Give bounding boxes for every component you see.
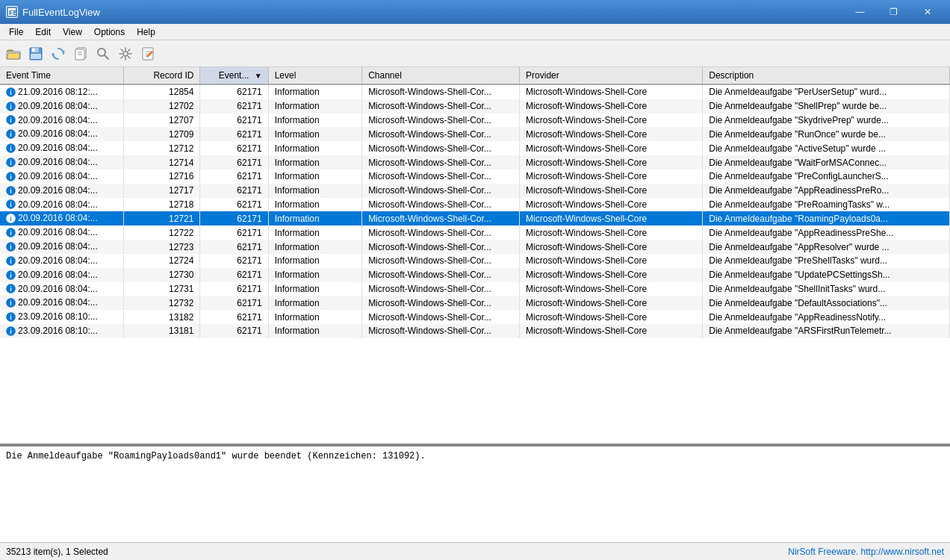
cell-description: Die Anmeldeaufgabe "PreShellTasks" wurd.… bbox=[703, 254, 950, 268]
cell-description: Die Anmeldeaufgabe "ShellPrep" wurde be.… bbox=[703, 99, 950, 113]
cell-event-time: i20.09.2016 08:04:... bbox=[0, 155, 123, 169]
menu-help[interactable]: Help bbox=[131, 25, 161, 39]
cell-event-id: 62171 bbox=[200, 198, 268, 212]
table-row[interactable]: i20.09.2016 08:04:...1271762171Informati… bbox=[0, 184, 950, 198]
cell-event-time: i20.09.2016 08:04:... bbox=[0, 198, 123, 212]
col-level[interactable]: Level bbox=[268, 67, 361, 84]
table-row[interactable]: i20.09.2016 08:04:...1270762171Informati… bbox=[0, 113, 950, 128]
cell-event-id: 62171 bbox=[200, 127, 268, 141]
toolbar-save[interactable] bbox=[25, 43, 46, 64]
cell-record-id: 12702 bbox=[123, 99, 200, 113]
sort-arrow-icon: ▼ bbox=[255, 72, 262, 80]
svg-text:i: i bbox=[10, 229, 12, 237]
toolbar-options[interactable] bbox=[115, 43, 136, 64]
menu-options[interactable]: Options bbox=[88, 25, 131, 39]
table-row[interactable]: i20.09.2016 08:04:...1271662171Informati… bbox=[0, 169, 950, 184]
main-content: Event Time Record ID Event... ▼ Level bbox=[0, 67, 950, 542]
cell-event-time: i23.09.2016 08:10:... bbox=[0, 310, 123, 324]
cell-provider: Microsoft-Windows-Shell-Core bbox=[520, 240, 703, 254]
toolbar-copy[interactable] bbox=[70, 43, 91, 64]
cell-event-time: i20.09.2016 08:04:... bbox=[0, 268, 123, 282]
cell-description: Die Anmeldeaufgabe "DefaultAssociations"… bbox=[703, 296, 950, 310]
cell-event-time: i20.09.2016 08:04:... bbox=[0, 113, 123, 128]
table-row[interactable]: i20.09.2016 08:04:...1272462171Informati… bbox=[0, 254, 950, 268]
table-row[interactable]: i20.09.2016 08:04:...1272162171Informati… bbox=[0, 211, 950, 225]
cell-event-time: i20.09.2016 08:04:... bbox=[0, 254, 123, 268]
cell-channel: Microsoft-Windows-Shell-Cor... bbox=[362, 225, 520, 240]
table-row[interactable]: i23.09.2016 08:10:...1318262171Informati… bbox=[0, 310, 950, 324]
table-row[interactable]: i21.09.2016 08:12:...1285462171Informati… bbox=[0, 84, 950, 99]
table-row[interactable]: i20.09.2016 08:04:...1272362171Informati… bbox=[0, 240, 950, 254]
menu-view[interactable]: View bbox=[57, 25, 88, 39]
table-row[interactable]: i20.09.2016 08:04:...1271262171Informati… bbox=[0, 141, 950, 155]
cell-event-time: i20.09.2016 08:04:... bbox=[0, 127, 123, 141]
cell-event-time: i20.09.2016 08:04:... bbox=[0, 99, 123, 113]
col-event-id[interactable]: Event... ▼ bbox=[200, 67, 268, 84]
cell-event-id: 62171 bbox=[200, 324, 268, 338]
cell-channel: Microsoft-Windows-Shell-Cor... bbox=[362, 184, 520, 198]
cell-level: Information bbox=[268, 127, 361, 141]
table-row[interactable]: i20.09.2016 08:04:...1270262171Informati… bbox=[0, 99, 950, 113]
svg-text:i: i bbox=[10, 116, 12, 124]
cell-level: Information bbox=[268, 268, 361, 282]
cell-record-id: 12732 bbox=[123, 296, 200, 310]
cell-record-id: 12730 bbox=[123, 268, 200, 282]
info-icon: i bbox=[6, 143, 16, 154]
cell-description: Die Anmeldeaufgabe "UpdatePCSettingsSh..… bbox=[703, 268, 950, 282]
svg-text:i: i bbox=[10, 145, 12, 152]
cell-provider: Microsoft-Windows-Shell-Core bbox=[520, 155, 703, 169]
cell-channel: Microsoft-Windows-Shell-Cor... bbox=[362, 296, 520, 310]
menu-edit[interactable]: Edit bbox=[29, 25, 57, 39]
cell-event-time: i21.09.2016 08:12:... bbox=[0, 84, 123, 99]
svg-text:i: i bbox=[10, 131, 12, 138]
toolbar-report[interactable] bbox=[137, 43, 158, 64]
cell-description: Die Anmeldeaufgabe "AppReadinessNotify..… bbox=[703, 310, 950, 324]
cell-description: Die Anmeldeaufgabe "RoamingPayloads0a... bbox=[703, 211, 950, 225]
cell-event-id: 62171 bbox=[200, 99, 268, 113]
col-record-id[interactable]: Record ID bbox=[123, 67, 200, 84]
table-row[interactable]: i20.09.2016 08:04:...1272262171Informati… bbox=[0, 225, 950, 240]
cell-level: Information bbox=[268, 225, 361, 240]
cell-channel: Microsoft-Windows-Shell-Cor... bbox=[362, 211, 520, 225]
cell-provider: Microsoft-Windows-Shell-Core bbox=[520, 282, 703, 296]
svg-line-14 bbox=[105, 55, 108, 59]
svg-text:i: i bbox=[10, 299, 12, 307]
svg-text:i: i bbox=[10, 258, 12, 265]
table-row[interactable]: i20.09.2016 08:04:...1273262171Informati… bbox=[0, 296, 950, 310]
svg-text:i: i bbox=[10, 285, 12, 293]
maximize-button[interactable]: ❐ bbox=[877, 0, 910, 24]
table-row[interactable]: i20.09.2016 08:04:...1271462171Informati… bbox=[0, 155, 950, 169]
app-icon: FE bbox=[6, 6, 18, 18]
table-row[interactable]: i20.09.2016 08:04:...1273162171Informati… bbox=[0, 282, 950, 296]
table-row[interactable]: i23.09.2016 08:10:...1318162171Informati… bbox=[0, 324, 950, 338]
status-nirsoft[interactable]: NirSoft Freeware. http://www.nirsoft.net bbox=[788, 547, 944, 557]
cell-provider: Microsoft-Windows-Shell-Core bbox=[520, 99, 703, 113]
cell-level: Information bbox=[268, 324, 361, 338]
info-icon: i bbox=[6, 312, 16, 323]
col-channel[interactable]: Channel bbox=[362, 67, 520, 84]
table-row[interactable]: i20.09.2016 08:04:...1270962171Informati… bbox=[0, 127, 950, 141]
col-event-time[interactable]: Event Time bbox=[0, 67, 123, 84]
col-provider[interactable]: Provider bbox=[520, 67, 703, 84]
table-row[interactable]: i20.09.2016 08:04:...1271862171Informati… bbox=[0, 198, 950, 212]
info-icon: i bbox=[6, 270, 16, 281]
toolbar-open[interactable] bbox=[3, 43, 24, 64]
table-row[interactable]: i20.09.2016 08:04:...1273062171Informati… bbox=[0, 268, 950, 282]
info-icon: i bbox=[6, 284, 16, 294]
cell-event-id: 62171 bbox=[200, 268, 268, 282]
toolbar-refresh[interactable] bbox=[48, 43, 69, 64]
toolbar-find[interactable] bbox=[93, 43, 114, 64]
close-button[interactable]: ✕ bbox=[910, 0, 944, 24]
cell-level: Information bbox=[268, 310, 361, 324]
cell-channel: Microsoft-Windows-Shell-Cor... bbox=[362, 141, 520, 155]
cell-level: Information bbox=[268, 113, 361, 128]
cell-channel: Microsoft-Windows-Shell-Cor... bbox=[362, 113, 520, 128]
event-table-container[interactable]: Event Time Record ID Event... ▼ Level bbox=[0, 67, 950, 445]
cell-provider: Microsoft-Windows-Shell-Core bbox=[520, 310, 703, 324]
cell-record-id: 12721 bbox=[123, 211, 200, 225]
col-description[interactable]: Description bbox=[703, 67, 950, 84]
cell-provider: Microsoft-Windows-Shell-Core bbox=[520, 141, 703, 155]
minimize-button[interactable]: — bbox=[843, 0, 877, 24]
menu-file[interactable]: File bbox=[3, 25, 29, 39]
cell-record-id: 12709 bbox=[123, 127, 200, 141]
